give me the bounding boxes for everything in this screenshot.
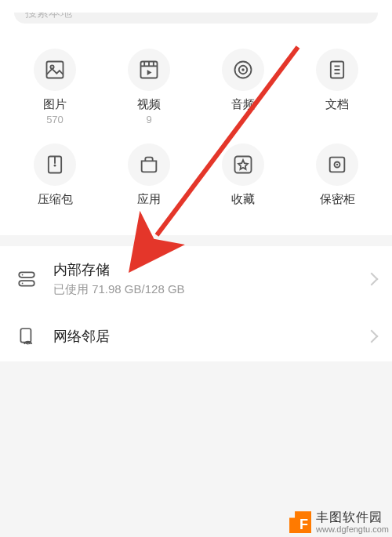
audio-icon [222, 49, 264, 91]
archive-icon [34, 143, 76, 186]
internal-storage-item[interactable]: 内部存储 已使用 71.98 GB/128 GB [0, 246, 392, 311]
category-label: 收藏 [231, 192, 255, 207]
network-icon [16, 325, 38, 347]
category-audio[interactable]: 音频 [196, 49, 290, 126]
category-count: 570 [46, 114, 64, 126]
category-label: 保密柜 [320, 192, 355, 207]
chevron-right-icon [365, 330, 379, 343]
svg-rect-13 [19, 272, 34, 278]
svg-point-12 [336, 164, 338, 165]
watermark-name: 丰图软件园 [316, 510, 389, 524]
category-favorites[interactable]: 收藏 [196, 143, 290, 221]
categories-grid: 图片 570 视频 9 音频 文档 [0, 31, 392, 221]
apps-icon [128, 143, 170, 186]
storage-card: 内部存储 已使用 71.98 GB/128 GB 网络邻居 [0, 246, 392, 361]
category-label: 图片 [43, 97, 67, 112]
storage-text: 内部存储 已使用 71.98 GB/128 GB [53, 260, 367, 297]
category-images[interactable]: 图片 570 [8, 49, 102, 126]
document-icon [316, 49, 358, 91]
svg-point-16 [22, 282, 24, 284]
watermark-url: www.dgfengtu.com [316, 524, 389, 534]
search-bar[interactable]: 搜索本地 [14, 2, 378, 24]
category-label: 压缩包 [38, 192, 73, 207]
network-text: 网络邻居 [53, 327, 367, 346]
svg-rect-0 [47, 62, 64, 78]
category-count: 9 [146, 114, 151, 126]
search-placeholder: 搜索本地 [25, 5, 72, 20]
category-docs[interactable]: 文档 [290, 49, 384, 126]
svg-rect-17 [20, 328, 31, 342]
watermark: 丰图软件园 www.dgfengtu.com [289, 510, 389, 534]
category-videos[interactable]: 视频 9 [102, 49, 196, 126]
storage-subtitle: 已使用 71.98 GB/128 GB [53, 282, 367, 297]
image-icon [34, 49, 76, 91]
storage-icon [16, 268, 38, 290]
svg-point-18 [27, 343, 29, 345]
safe-icon [316, 143, 358, 186]
categories-card: 搜索本地 图片 570 视频 9 音频 [0, 0, 392, 235]
chevron-right-icon [365, 272, 379, 285]
category-label: 视频 [137, 97, 161, 112]
network-title: 网络邻居 [53, 327, 367, 346]
svg-point-5 [241, 68, 245, 71]
category-archives[interactable]: 压缩包 [8, 143, 102, 221]
category-label: 应用 [137, 192, 161, 207]
storage-title: 内部存储 [53, 260, 367, 279]
svg-point-8 [54, 165, 56, 167]
category-label: 音频 [231, 97, 255, 112]
svg-rect-14 [19, 281, 34, 286]
star-icon [222, 143, 264, 186]
network-neighborhood-item[interactable]: 网络邻居 [0, 311, 392, 361]
svg-point-15 [22, 274, 24, 275]
category-apps[interactable]: 应用 [102, 143, 196, 221]
category-safe[interactable]: 保密柜 [290, 143, 384, 221]
watermark-logo-icon [289, 511, 311, 533]
category-label: 文档 [325, 97, 349, 112]
video-icon [128, 49, 170, 91]
